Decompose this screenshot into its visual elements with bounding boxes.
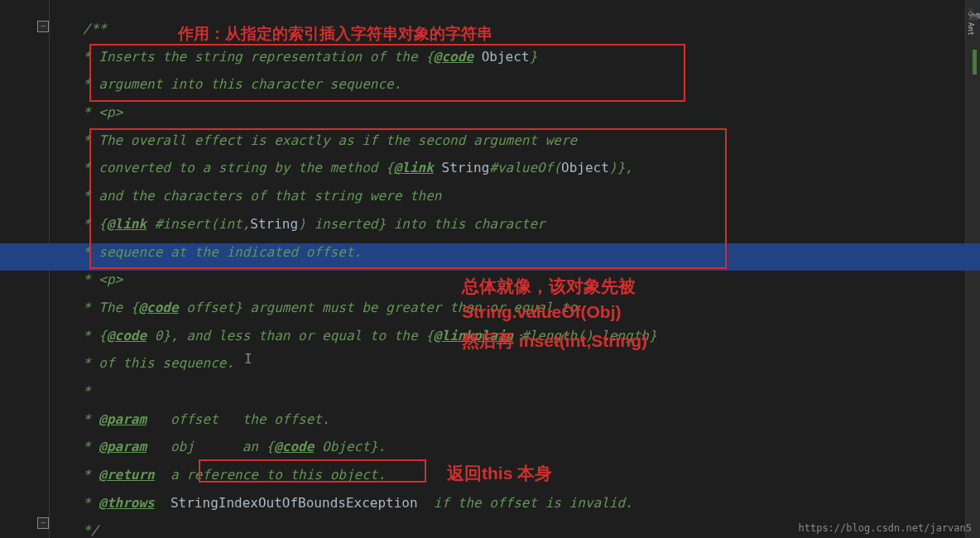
code-editor[interactable]: − − 🐜 Ant /** * Inserts the string repre… xyxy=(0,0,980,538)
text-cursor: I xyxy=(244,351,252,367)
annotation-note-2: String.valueOf(Obj) xyxy=(462,302,622,322)
annotation-note-1: 总体就像，该对象先被 xyxy=(462,275,636,298)
minimap-bar xyxy=(973,50,977,74)
annotation-note-4: 返回this 本身 xyxy=(447,462,552,485)
annotation-note-3: 然后再 inset(int,String) xyxy=(462,329,647,353)
fold-marker-icon[interactable]: − xyxy=(37,517,49,529)
javadoc-start: /** xyxy=(83,21,107,36)
fold-marker-icon[interactable]: − xyxy=(37,21,49,32)
annotation-title: 作用：从指定的索引插入字符串对象的字符串 xyxy=(178,23,492,45)
ant-tool-icon[interactable]: 🐜 Ant xyxy=(967,7,978,40)
